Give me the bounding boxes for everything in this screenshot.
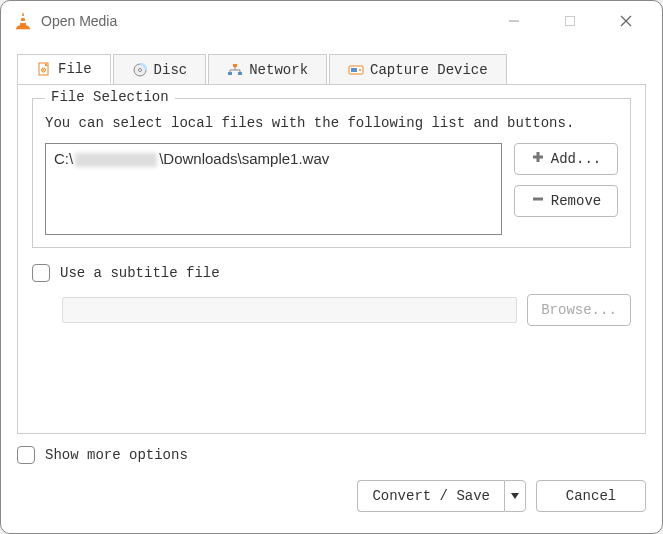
file-path-prefix: C:\ [54,150,73,167]
file-icon [36,61,52,77]
vlc-cone-icon [13,11,33,31]
titlebar: Open Media [1,1,662,41]
maximize-button[interactable] [542,1,598,41]
minimize-button[interactable] [486,1,542,41]
subtitle-label: Use a subtitle file [60,265,220,281]
cancel-button[interactable]: Cancel [536,480,646,512]
tab-capture[interactable]: Capture Device [329,54,507,84]
convert-save-label: Convert / Save [372,488,490,504]
svg-rect-5 [566,17,575,26]
disc-icon [132,62,148,78]
svg-rect-14 [233,64,237,67]
more-options-checkbox[interactable] [17,446,35,464]
remove-button-label: Remove [551,193,601,209]
file-list[interactable]: C:\\Downloads\sample1.wav [45,143,502,235]
tab-network-label: Network [249,62,308,78]
convert-save-split-button: Convert / Save [357,480,526,512]
tab-file[interactable]: File [17,54,111,84]
svg-marker-0 [20,13,26,26]
minus-icon [531,192,545,210]
file-selection-group: File Selection You can select local file… [32,98,631,248]
subtitle-checkbox-row: Use a subtitle file [32,264,631,282]
chevron-down-icon [511,493,519,499]
svg-point-13 [138,68,141,71]
file-path-suffix: \Downloads\sample1.wav [159,150,329,167]
svg-marker-27 [511,493,519,499]
svg-marker-3 [16,26,30,29]
file-selection-legend: File Selection [45,89,175,105]
capture-device-icon [348,62,364,78]
file-selection-hint: You can select local files with the foll… [45,115,618,131]
svg-rect-15 [228,72,232,75]
svg-rect-22 [351,68,357,72]
subtitle-checkbox[interactable] [32,264,50,282]
svg-rect-1 [21,16,24,18]
add-button-label: Add... [551,151,601,167]
remove-button[interactable]: Remove [514,185,618,217]
tab-capture-label: Capture Device [370,62,488,78]
more-options-label: Show more options [45,447,188,463]
open-media-dialog: Open Media File [0,0,663,534]
svg-point-23 [359,69,361,71]
svg-rect-2 [21,21,26,23]
file-entry[interactable]: C:\\Downloads\sample1.wav [54,150,493,167]
add-button[interactable]: Add... [514,143,618,175]
file-panel: File Selection You can select local file… [17,84,646,434]
tab-disc-label: Disc [154,62,188,78]
cancel-button-label: Cancel [566,488,616,504]
tab-file-label: File [58,61,92,77]
convert-save-button[interactable]: Convert / Save [357,480,504,512]
svg-rect-16 [238,72,242,75]
browse-button-label: Browse... [541,302,617,318]
subtitle-path-input [62,297,517,323]
window-title: Open Media [41,13,117,29]
close-button[interactable] [598,1,654,41]
tab-disc[interactable]: Disc [113,54,207,84]
more-options-row: Show more options [17,446,646,464]
redacted-username [75,153,157,167]
browse-button: Browse... [527,294,631,326]
tab-network[interactable]: Network [208,54,327,84]
plus-icon [531,150,545,168]
network-icon [227,62,243,78]
convert-save-dropdown[interactable] [504,480,526,512]
tab-bar: File Disc Network Capture Device [17,54,646,85]
